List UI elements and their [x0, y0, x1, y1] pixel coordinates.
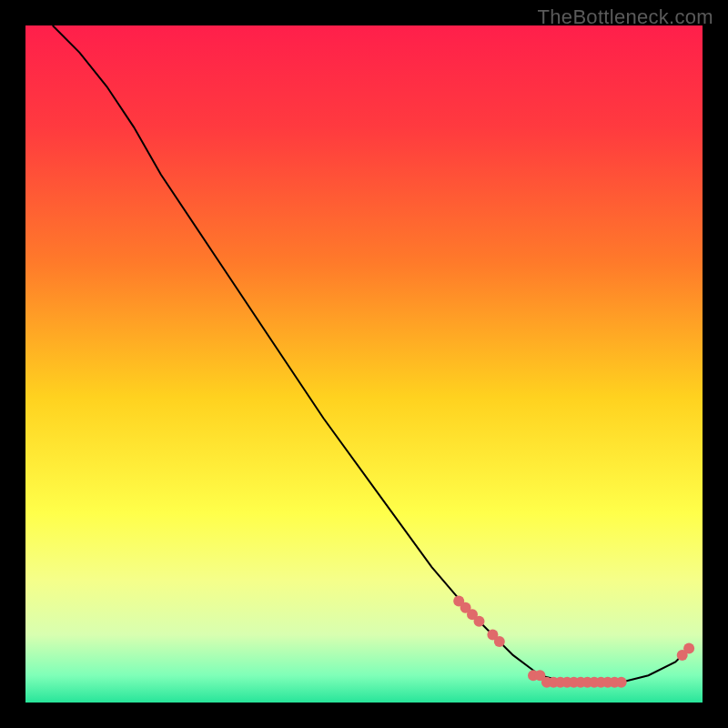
highlight-dot [616, 677, 627, 688]
highlight-dot [474, 616, 485, 627]
chart-svg [25, 25, 703, 703]
highlight-dot [494, 636, 505, 647]
chart-canvas: TheBottleneck.com [0, 0, 728, 728]
gradient-background [25, 25, 703, 703]
highlight-dot [683, 643, 694, 654]
plot-area [25, 25, 703, 703]
